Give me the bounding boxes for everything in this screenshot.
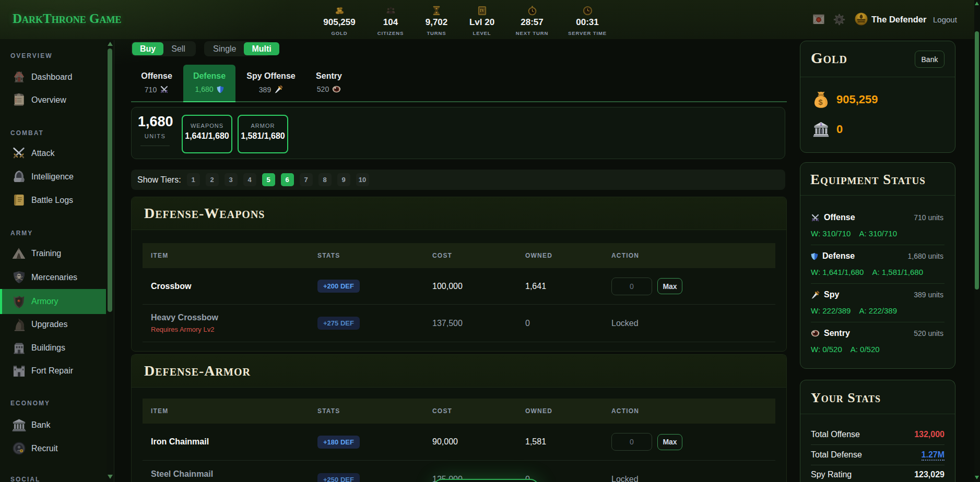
svg-text:$: $ [820,123,822,127]
svg-text:$: $ [818,98,822,106]
svg-text:IV: IV [480,8,485,13]
